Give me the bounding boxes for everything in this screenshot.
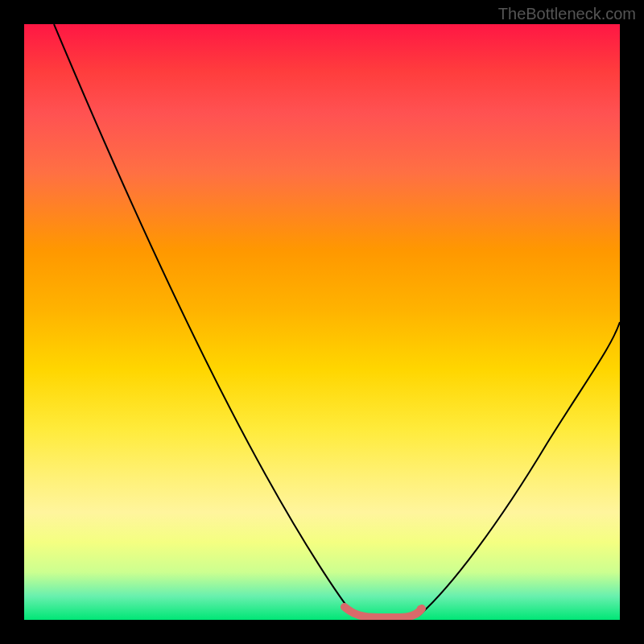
valley-highlight <box>345 607 422 617</box>
valley-dot <box>343 605 349 612</box>
plot-area <box>24 24 620 620</box>
valley-dot <box>417 605 423 612</box>
chart-container: TheBottleneck.com <box>0 0 644 644</box>
chart-curves <box>24 24 620 620</box>
right-curve <box>419 322 620 616</box>
left-curve <box>54 24 354 616</box>
watermark-label: TheBottleneck.com <box>498 5 636 23</box>
